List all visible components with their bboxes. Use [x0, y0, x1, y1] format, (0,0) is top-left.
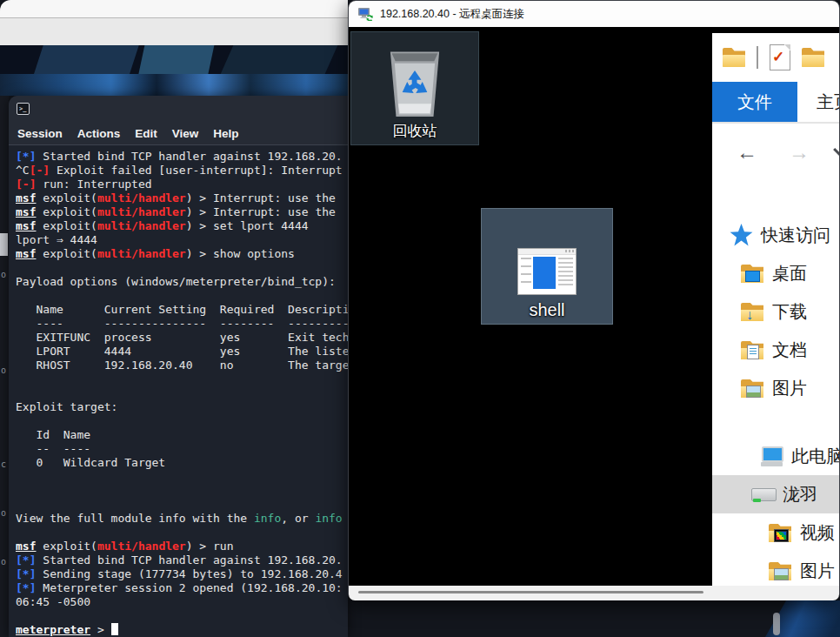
- terminal-line: msf exploit(multi/handler) > run: [16, 540, 348, 553]
- star-icon: [730, 224, 753, 247]
- back-arrow-icon[interactable]: ←: [737, 140, 757, 164]
- terminal-line: [16, 289, 348, 303]
- terminal-line: msf exploit(multi/handler) > Interrupt: …: [16, 191, 348, 205]
- sidebar-item-downloads[interactable]: ↓下载: [712, 292, 839, 331]
- sidebar-item-drive-longyu[interactable]: 泷羽: [712, 475, 839, 513]
- sidebar-item-pictures-2[interactable]: 图片: [712, 552, 839, 586]
- explorer-quick-access-toolbar: [712, 33, 839, 82]
- folder-icon[interactable]: [723, 48, 745, 67]
- terminal-output[interactable]: [*] Started bind TCP handler against 192…: [9, 146, 348, 637]
- desktop-icon-recycle-bin[interactable]: 回收站: [350, 31, 479, 145]
- sidebar-item-label: 视频: [800, 521, 835, 545]
- terminal-line: [-] run: Interrupted: [16, 178, 348, 191]
- new-folder-icon[interactable]: [802, 48, 824, 67]
- terminal-line: [*] Meterpreter session 2 opened (192.16…: [16, 581, 348, 595]
- sidebar-item-pictures[interactable]: 图片: [712, 369, 839, 407]
- terminal-window: >_ Session Actions Edit View Help [*] St…: [9, 96, 348, 637]
- host-desktop-bottom: [348, 600, 840, 637]
- terminal-line: [16, 484, 348, 498]
- terminal-line: msf exploit(multi/handler) > show option…: [16, 247, 348, 261]
- sidebar-item-label: 图片: [800, 560, 835, 583]
- terminal-line: [16, 470, 348, 484]
- background-window-fragment: [0, 233, 8, 256]
- doc-icon: [741, 339, 764, 362]
- desktop-wallpaper: [0, 45, 348, 96]
- background-text-fragment: o: [1, 270, 6, 279]
- shell-label: shell: [529, 300, 564, 320]
- terminal-line: Exploit target:: [16, 400, 348, 414]
- background-window-toolbar: [0, 18, 348, 45]
- terminal-line: msf exploit(multi/handler) > set lport 4…: [16, 219, 348, 233]
- terminal-line: Payload options (windows/meterpreter/bin…: [16, 275, 348, 289]
- wallpaper-band: [0, 74, 348, 96]
- sidebar-item-label: 文档: [772, 339, 807, 362]
- app-icon-textlines: [558, 258, 573, 287]
- toolbar-separator: [757, 46, 758, 69]
- menu-actions[interactable]: Actions: [77, 127, 121, 140]
- rdp-icon: [357, 7, 373, 21]
- desktop-icon-shell[interactable]: shell: [481, 208, 613, 325]
- terminal-line: [16, 498, 348, 512]
- menu-edit[interactable]: Edit: [135, 127, 157, 140]
- menu-help[interactable]: Help: [213, 127, 238, 140]
- terminal-line: Name Current Setting Required Descriptio…: [16, 303, 348, 317]
- sidebar-item-label: 泷羽: [783, 483, 817, 506]
- desktop-icon: [741, 262, 764, 285]
- menu-session[interactable]: Session: [17, 127, 63, 140]
- chevron-down-icon[interactable]: [833, 141, 839, 158]
- forward-arrow-icon[interactable]: →: [789, 140, 810, 164]
- background-text-fragment: o: [1, 508, 6, 518]
- rdp-horizontal-scrollbar[interactable]: [349, 586, 839, 600]
- download-icon: ↓: [741, 300, 764, 324]
- drive-icon: [751, 483, 775, 506]
- sidebar-item-videos[interactable]: 视频: [712, 513, 839, 552]
- terminal-line: RHOST 192.168.20.40 no The target addres…: [16, 359, 348, 372]
- background-text-fragment: o: [1, 365, 6, 375]
- pic-icon: [741, 377, 764, 400]
- remote-desktop[interactable]: 回收站 shell: [349, 27, 839, 600]
- application-icon: [517, 248, 577, 295]
- terminal-line: msf exploit(multi/handler) > Interrupt: …: [16, 205, 348, 219]
- menu-view[interactable]: View: [172, 127, 199, 140]
- tab-home[interactable]: 主页: [817, 82, 839, 122]
- background-window-top: [0, 0, 348, 18]
- sidebar-item-label: 下载: [772, 300, 807, 324]
- terminal-icon: >_: [17, 103, 30, 115]
- explorer-navigation-bar: ← →: [712, 124, 839, 181]
- sidebar-item-this-pc[interactable]: 此电脑: [712, 437, 839, 475]
- app-icon-list: [521, 258, 531, 289]
- terminal-titlebar[interactable]: >_: [9, 96, 348, 122]
- sidebar-item-label: 此电脑: [791, 445, 839, 468]
- terminal-line: [*] Started bind TCP handler against 192…: [16, 553, 348, 567]
- terminal-line: 0 Wildcard Target: [16, 456, 348, 470]
- sidebar-item-label: 图片: [772, 377, 807, 400]
- rdp-scrollbar-thumb[interactable]: [358, 591, 703, 593]
- terminal-line: lport ⇒ 4444: [16, 233, 348, 247]
- terminal-line: [16, 386, 348, 400]
- app-icon-preview: [533, 257, 556, 289]
- terminal-line: Id Name: [16, 428, 348, 442]
- properties-check-icon[interactable]: [770, 44, 790, 70]
- rdp-window: 192.168.20.40 - 远程桌面连接 回收站: [348, 0, 840, 600]
- terminal-line: -- ----: [16, 442, 348, 456]
- file-explorer-window: 文件 主页 ← → 快速访问桌面↓下载文档图片此电脑泷羽视频图片: [712, 33, 839, 586]
- pc-icon: [760, 445, 783, 468]
- rdp-titlebar[interactable]: 192.168.20.40 - 远程桌面连接: [349, 1, 839, 27]
- sidebar-item-quick-access[interactable]: 快速访问: [712, 216, 839, 254]
- tab-file[interactable]: 文件: [712, 82, 797, 122]
- sidebar-item-label: 桌面: [772, 262, 807, 285]
- terminal-line: meterpreter >: [16, 623, 348, 637]
- explorer-ribbon-tabs: 文件 主页: [712, 82, 839, 122]
- terminal-line: [*] Sending stage (177734 bytes) to 192.…: [16, 567, 348, 581]
- background-text-fragment: c: [1, 459, 6, 469]
- terminal-line: [16, 414, 348, 428]
- video-icon: [769, 521, 792, 545]
- terminal-line: 06:45 -0500: [16, 595, 348, 609]
- terminal-cursor: [111, 623, 118, 635]
- sidebar-item-desktop[interactable]: 桌面: [712, 254, 839, 292]
- pic-icon: [769, 560, 792, 583]
- sidebar-item-documents[interactable]: 文档: [712, 331, 839, 369]
- background-scrollbar-thumb[interactable]: [773, 613, 780, 635]
- rdp-title: 192.168.20.40 - 远程桌面连接: [380, 7, 524, 22]
- terminal-line: [*] Started bind TCP handler against 192…: [16, 150, 348, 164]
